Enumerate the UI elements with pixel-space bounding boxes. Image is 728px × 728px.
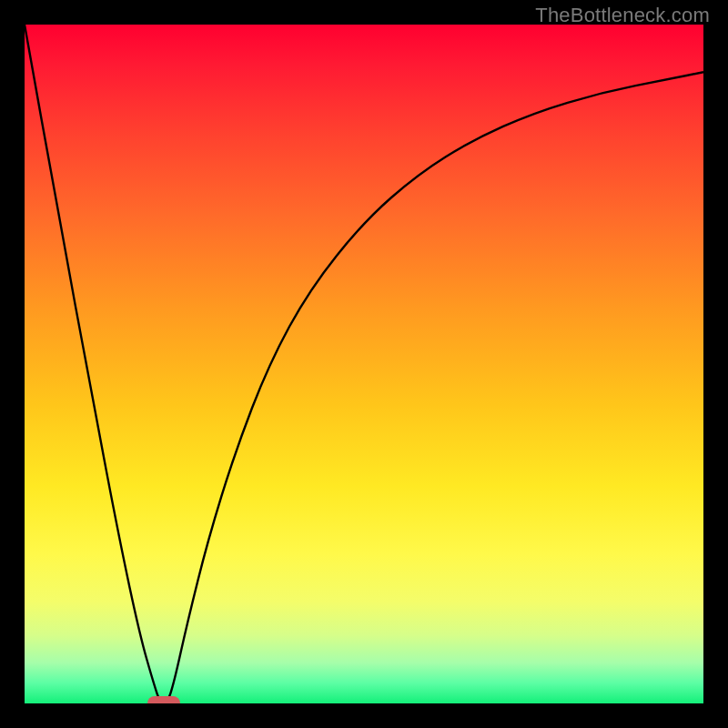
plot-area: [25, 25, 703, 703]
chart-frame: TheBottleneck.com: [0, 0, 728, 728]
curve-svg: [25, 25, 703, 703]
watermark-text: TheBottleneck.com: [535, 4, 710, 27]
optimal-marker: [147, 696, 180, 703]
bottleneck-curve: [25, 25, 703, 703]
